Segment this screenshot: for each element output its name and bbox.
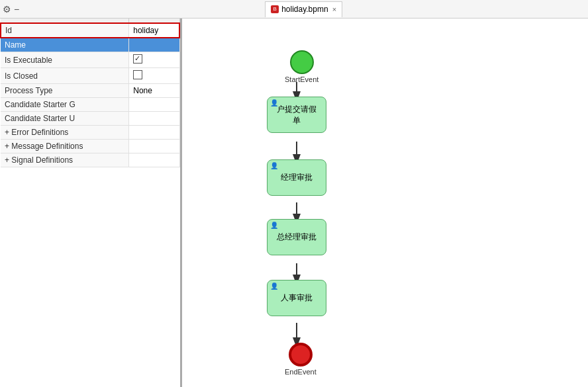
- properties-table: IdholidayNameIs ExecutableIs ClosedProce…: [0, 19, 180, 167]
- task1-node[interactable]: 👤 户提交请假单: [267, 97, 326, 133]
- table-header: [1, 19, 179, 23]
- property-col-header: [1, 19, 129, 23]
- task1-shape: 👤 户提交请假单: [267, 97, 326, 133]
- file-tab[interactable]: B holiday.bpmn ×: [265, 1, 342, 17]
- table-row[interactable]: Idholiday: [1, 23, 179, 38]
- table-row[interactable]: + Message Definitions: [1, 140, 179, 153]
- property-value-cell[interactable]: [129, 68, 179, 84]
- property-name-cell: + Signal Definitions: [1, 153, 129, 167]
- table-row[interactable]: Name: [1, 38, 179, 52]
- table-row[interactable]: Candidate Starter G: [1, 98, 179, 112]
- table-row[interactable]: Candidate Starter U: [1, 112, 179, 126]
- property-value-cell[interactable]: [129, 52, 179, 68]
- tab-label: holiday.bpmn: [281, 5, 328, 14]
- start-event-label: StartEvent: [285, 75, 318, 83]
- diagram-svg: [182, 19, 588, 387]
- end-event-shape: [289, 343, 313, 366]
- task2-icon: 👤: [270, 162, 278, 169]
- settings-icon[interactable]: ⚙: [3, 4, 11, 15]
- property-name-cell: + Message Definitions: [1, 140, 129, 153]
- end-event-node[interactable]: EndEvent: [285, 343, 317, 376]
- start-event-shape: [290, 50, 314, 74]
- task4-label: 人事审批: [281, 292, 313, 304]
- checkbox-unchecked-icon[interactable]: [133, 70, 142, 79]
- toolbar: ⚙ − B holiday.bpmn ×: [0, 0, 588, 19]
- tab-file-icon: B: [271, 5, 279, 13]
- property-value-cell: [129, 112, 179, 126]
- property-name-cell: + Error Definitions: [1, 126, 129, 140]
- task2-label: 经理审批: [281, 172, 313, 183]
- property-value-cell: [129, 38, 179, 52]
- properties-panel: IdholidayNameIs ExecutableIs ClosedProce…: [0, 19, 182, 387]
- property-name-cell: Id: [1, 23, 129, 38]
- task3-node[interactable]: 👤 总经理审批: [267, 219, 326, 255]
- property-name-cell: Process Type: [1, 84, 129, 98]
- task3-label: 总经理审批: [277, 232, 317, 243]
- checkbox-checked-icon[interactable]: [133, 54, 142, 64]
- task4-icon: 👤: [270, 282, 278, 290]
- table-row[interactable]: Is Executable: [1, 52, 179, 68]
- property-name-cell: Candidate Starter U: [1, 112, 129, 126]
- table-row[interactable]: Process TypeNone: [1, 84, 179, 98]
- task1-label: 户提交请假单: [277, 104, 317, 126]
- diagram-panel: StartEvent 👤 户提交请假单 👤 经理审批 👤 总经理审批: [182, 19, 588, 387]
- task4-node[interactable]: 👤 人事审批: [267, 280, 326, 316]
- task1-icon: 👤: [270, 99, 278, 107]
- value-col-header: [129, 19, 179, 23]
- property-name-cell: Candidate Starter G: [1, 98, 129, 112]
- property-value-cell: [129, 126, 179, 140]
- property-value-cell: None: [129, 84, 179, 98]
- property-name-cell: Name: [1, 38, 129, 52]
- property-value-cell: [129, 153, 179, 167]
- task4-shape: 👤 人事审批: [267, 280, 326, 316]
- tab-close-icon[interactable]: ×: [332, 5, 336, 13]
- minus-icon[interactable]: −: [14, 4, 19, 15]
- start-event-node[interactable]: StartEvent: [285, 50, 318, 83]
- property-value-cell: [129, 98, 179, 112]
- task2-node[interactable]: 👤 经理审批: [267, 159, 326, 196]
- table-row[interactable]: Is Closed: [1, 68, 179, 84]
- task2-shape: 👤 经理审批: [267, 159, 326, 196]
- table-row[interactable]: + Error Definitions: [1, 126, 179, 140]
- property-value-cell: [129, 140, 179, 153]
- task3-shape: 👤 总经理审批: [267, 219, 326, 255]
- task3-icon: 👤: [270, 222, 278, 229]
- main-area: IdholidayNameIs ExecutableIs ClosedProce…: [0, 19, 588, 387]
- property-name-cell: Is Closed: [1, 68, 129, 84]
- end-event-label: EndEvent: [285, 368, 317, 376]
- property-name-cell: Is Executable: [1, 52, 129, 68]
- table-row[interactable]: + Signal Definitions: [1, 153, 179, 167]
- property-value-cell: holiday: [129, 23, 179, 38]
